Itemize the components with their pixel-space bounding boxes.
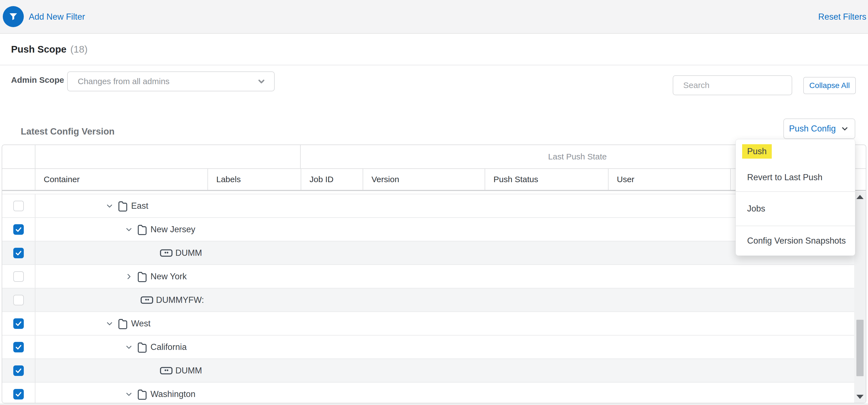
firewall-device-icon xyxy=(160,249,173,257)
filter-bar: Add New Filter Reset Filters xyxy=(0,0,868,34)
push-config-button[interactable]: Push Config xyxy=(783,118,855,139)
table-row-dumm-2[interactable]: DUMM xyxy=(2,359,866,383)
latest-config-version-title: Latest Config Version xyxy=(21,126,115,137)
row-checkbox[interactable] xyxy=(13,248,24,258)
search-input[interactable] xyxy=(683,81,790,90)
menu-item-jobs[interactable]: Jobs xyxy=(736,192,855,226)
scroll-up-arrow-icon[interactable] xyxy=(857,195,864,199)
row-checkbox[interactable] xyxy=(13,366,24,376)
checkbox-cell xyxy=(2,359,35,382)
tree-node-label: DUMMYFW: xyxy=(156,295,204,305)
reset-filters-link[interactable]: Reset Filters xyxy=(818,0,866,34)
page-title-count: (18) xyxy=(70,44,87,55)
admin-scope-select[interactable]: Changes from all admins xyxy=(67,71,275,91)
collapse-chevron-icon[interactable] xyxy=(124,342,134,352)
tree-node-label: California xyxy=(151,342,187,352)
vertical-scrollbar[interactable] xyxy=(854,192,866,403)
column-header-push-status[interactable]: Push Status xyxy=(485,169,609,190)
row-checkbox[interactable] xyxy=(13,271,24,282)
push-config-menu: Push Revert to Last Push Jobs Config Ver… xyxy=(736,139,855,256)
tree-node-label: DUMM xyxy=(175,248,202,258)
collapse-chevron-icon[interactable] xyxy=(124,225,134,234)
firewall-device-icon xyxy=(160,367,173,375)
checkbox-cell xyxy=(2,312,35,335)
folder-icon xyxy=(117,200,128,212)
column-header-version[interactable]: Version xyxy=(363,169,485,190)
menu-item-revert-to-last-push[interactable]: Revert to Last Push xyxy=(736,164,855,191)
table-row-washington[interactable]: Washington xyxy=(2,383,866,403)
folder-icon xyxy=(137,341,148,353)
tree-node-label: West xyxy=(131,319,151,328)
tree-node-label: New York xyxy=(151,271,187,282)
row-checkbox[interactable] xyxy=(13,318,24,329)
checkbox-cell xyxy=(2,265,35,288)
group-header-checkbox-cell xyxy=(2,145,35,168)
menu-item-push[interactable]: Push xyxy=(736,139,855,164)
push-config-label: Push Config xyxy=(789,124,836,134)
collapse-all-button[interactable]: Collapse All xyxy=(803,77,856,94)
collapse-chevron-icon[interactable] xyxy=(104,201,115,211)
collapse-chevron-icon[interactable] xyxy=(124,389,134,399)
row-checkbox[interactable] xyxy=(13,295,24,305)
table-row-california[interactable]: California xyxy=(2,336,866,359)
column-header-user[interactable]: User xyxy=(609,169,731,190)
page-title: Push Scope (18) xyxy=(11,34,88,65)
page-bottom-edge xyxy=(0,403,868,405)
chevron-down-icon xyxy=(840,124,849,134)
checkbox-cell xyxy=(2,218,35,241)
chevron-down-icon xyxy=(256,77,267,86)
firewall-device-icon xyxy=(141,296,153,304)
scroll-down-arrow-icon[interactable] xyxy=(857,395,864,399)
folder-icon xyxy=(137,388,148,400)
search-box[interactable] xyxy=(673,75,792,95)
tree-node-label: East xyxy=(131,201,148,211)
menu-item-push-highlight: Push xyxy=(742,144,772,158)
tree-node-label: Washington xyxy=(151,389,195,399)
row-checkbox[interactable] xyxy=(13,224,24,235)
menu-item-config-version-snapshots[interactable]: Config Version Snapshots xyxy=(736,226,855,256)
folder-icon xyxy=(117,318,128,330)
folder-icon xyxy=(137,270,148,283)
funnel-icon xyxy=(8,12,18,21)
table-row-new-york[interactable]: New York xyxy=(2,265,866,288)
checkbox-cell xyxy=(2,194,35,217)
expand-chevron-icon[interactable] xyxy=(124,271,134,282)
push-scope-screen: Add New Filter Reset Filters Push Scope … xyxy=(0,0,868,405)
column-header-labels[interactable]: Labels xyxy=(208,169,301,190)
column-header-container[interactable]: Container xyxy=(35,169,208,190)
checkbox-cell xyxy=(2,288,35,312)
checkbox-cell xyxy=(2,383,35,403)
collapse-chevron-icon[interactable] xyxy=(104,319,115,328)
column-header-job-id[interactable]: Job ID xyxy=(301,169,363,190)
admin-scope-value: Changes from all admins xyxy=(78,77,256,86)
table-row-west[interactable]: West xyxy=(2,312,866,336)
page-title-text: Push Scope xyxy=(11,44,66,55)
row-checkbox[interactable] xyxy=(13,389,24,400)
add-new-filter-link[interactable]: Add New Filter xyxy=(29,0,85,34)
tree-node-label: DUMM xyxy=(175,366,202,376)
group-header-empty-cell xyxy=(35,145,301,168)
select-all-column-header xyxy=(2,169,35,190)
checkbox-cell xyxy=(2,241,35,264)
tree-node-label: New Jersey xyxy=(151,225,195,234)
row-checkbox[interactable] xyxy=(13,201,24,211)
checkbox-cell xyxy=(2,336,35,358)
admin-scope-label: Admin Scope xyxy=(11,75,64,85)
filter-icon[interactable] xyxy=(3,6,24,27)
row-checkbox[interactable] xyxy=(13,342,24,352)
folder-icon xyxy=(137,223,148,236)
panel-header: Push Scope (18) Collapse All xyxy=(0,34,868,65)
scrollbar-thumb[interactable] xyxy=(857,320,864,376)
table-row-dummyfw[interactable]: DUMMYFW: xyxy=(2,288,866,312)
